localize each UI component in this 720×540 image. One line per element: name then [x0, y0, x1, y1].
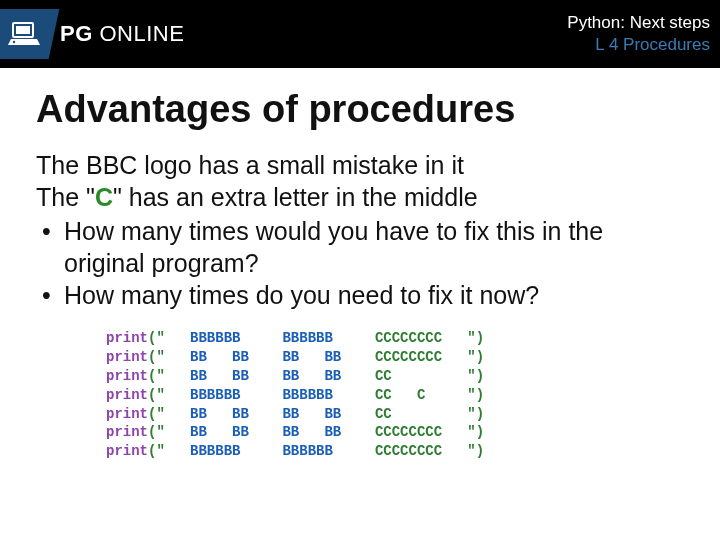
course-title: Python: Next steps	[567, 12, 710, 34]
brand-text: PG ONLINE	[60, 21, 184, 47]
svg-point-2	[13, 41, 15, 43]
slide-header: PG ONLINE Python: Next steps L 4 Procedu…	[0, 0, 720, 68]
body-line-1: The BBC logo has a small mistake in it	[36, 149, 684, 181]
header-right: Python: Next steps L 4 Procedures	[567, 12, 710, 56]
code-block: print(" BBBBBB BBBBBB CCCCCCCC ") print(…	[106, 329, 684, 461]
svg-rect-1	[16, 26, 30, 34]
brand-pg: PG	[60, 21, 93, 46]
laptop-icon	[0, 9, 59, 59]
brand-online: ONLINE	[93, 21, 185, 46]
bullet-list: How many times would you have to fix thi…	[36, 215, 684, 311]
brand-logo: PG ONLINE	[0, 9, 184, 59]
body-line-2: The "C" has an extra letter in the middl…	[36, 181, 684, 213]
lesson-title: L 4 Procedures	[567, 34, 710, 56]
bullet-item: How many times would you have to fix thi…	[36, 215, 684, 279]
highlight-c: C	[95, 183, 113, 211]
slide-content: Advantages of procedures The BBC logo ha…	[0, 68, 720, 471]
page-title: Advantages of procedures	[36, 88, 684, 131]
body-text: The BBC logo has a small mistake in it T…	[36, 149, 684, 311]
bullet-item: How many times do you need to fix it now…	[36, 279, 684, 311]
